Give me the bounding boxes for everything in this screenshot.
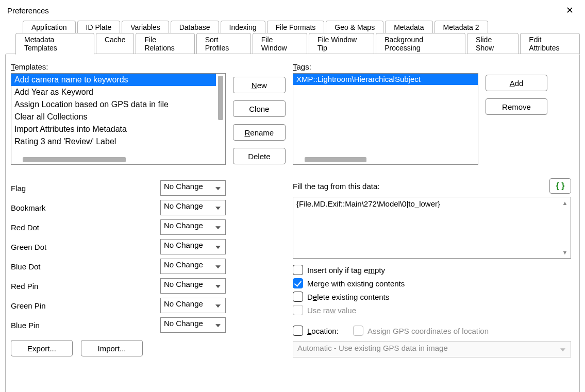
tab-slide-show[interactable]: Slide Show: [467, 33, 519, 54]
tags-listbox[interactable]: XMP::Lightroom\HierarchicalSubject: [293, 73, 478, 165]
delete-button[interactable]: Delete: [233, 148, 286, 164]
template-item[interactable]: Import Attributes into Metadata: [11, 123, 216, 135]
close-icon[interactable]: ✕: [561, 4, 578, 16]
prop-combo-green-pin[interactable]: No Change: [160, 298, 226, 313]
prop-combo-flag[interactable]: No Change: [160, 180, 226, 196]
use-raw-value-checkbox: Use raw value: [293, 305, 571, 315]
remove-tag-button[interactable]: Remove: [486, 98, 547, 115]
template-item[interactable]: Add Year as Keyword: [11, 86, 216, 98]
templates-label: Templates:: [11, 62, 226, 71]
tab-file-window[interactable]: File Window: [253, 33, 307, 54]
prop-label-bookmark: Bookmark: [11, 203, 155, 212]
window-title: Preferences: [7, 6, 49, 15]
tab-geo-maps[interactable]: Geo & Maps: [326, 21, 383, 33]
textarea-scroll-up-icon[interactable]: ▲: [561, 199, 569, 207]
prop-label-blue-dot: Blue Dot: [11, 262, 155, 271]
prop-label-green-pin: Green Pin: [11, 301, 155, 310]
add-tag-button[interactable]: Add: [486, 75, 547, 91]
tab-background-processing[interactable]: Background Processing: [376, 33, 465, 54]
tab-variables[interactable]: Variables: [122, 21, 169, 33]
tab-cache[interactable]: Cache: [96, 33, 134, 54]
location-checkbox[interactable]: Location:: [293, 326, 339, 336]
tags-hscrollbar[interactable]: [293, 156, 478, 163]
import-button[interactable]: Import...: [81, 340, 143, 356]
prop-combo-blue-dot[interactable]: No Change: [160, 259, 226, 274]
templates-listbox[interactable]: Add camera name to keywordsAdd Year as K…: [11, 73, 226, 165]
tab-database[interactable]: Database: [171, 21, 219, 33]
textarea-scroll-down-icon[interactable]: ▼: [561, 249, 569, 256]
rename-button[interactable]: Rename: [233, 124, 286, 141]
insert-only-if-empty-checkbox[interactable]: Insert only if tag empty: [293, 265, 571, 275]
prop-combo-bookmark[interactable]: No Change: [160, 200, 226, 215]
prop-label-red-dot: Red Dot: [11, 223, 155, 232]
location-source-combo: Automatic - Use existing GPS data in ima…: [293, 341, 571, 357]
prop-label-green-dot: Green Dot: [11, 243, 155, 251]
tags-label: Tags:: [293, 62, 478, 71]
delete-existing-checkbox[interactable]: Delete existing contents: [293, 292, 571, 302]
template-item[interactable]: Clear all Collections: [11, 111, 216, 123]
template-item[interactable]: Assign Location based on GPS data in fil…: [11, 98, 216, 111]
tab-edit-attributes[interactable]: Edit Attributes: [520, 33, 580, 54]
templates-hscrollbar[interactable]: [11, 156, 216, 163]
tab-application[interactable]: Application: [23, 21, 76, 33]
fill-label: Fill the tag from this data:: [293, 182, 379, 191]
insert-variable-button[interactable]: { }: [549, 178, 571, 194]
fill-textarea[interactable]: {File.MD.Exif::Main\272\Model\0|to_lower…: [293, 197, 571, 259]
prop-label-blue-pin: Blue Pin: [11, 321, 155, 330]
tab-sort-profiles[interactable]: Sort Profiles: [196, 33, 251, 54]
merge-existing-checkbox[interactable]: Merge with existing contents: [293, 278, 571, 288]
prop-combo-red-pin[interactable]: No Change: [160, 278, 226, 294]
tab-file-window-tip[interactable]: File Window Tip: [309, 33, 374, 54]
assign-gps-checkbox: Assign GPS coordinates of location: [353, 326, 489, 336]
export-button[interactable]: Export...: [11, 340, 73, 356]
tab-file-formats[interactable]: File Formats: [267, 21, 325, 33]
prop-label-red-pin: Red Pin: [11, 282, 155, 291]
tab-metadata[interactable]: Metadata: [385, 21, 432, 33]
new-button[interactable]: New: [233, 77, 286, 93]
tab-id-plate[interactable]: ID Plate: [77, 21, 121, 33]
tag-item[interactable]: XMP::Lightroom\HierarchicalSubject: [293, 74, 478, 85]
tab-metadata-2[interactable]: Metadata 2: [434, 21, 488, 33]
prop-combo-red-dot[interactable]: No Change: [160, 219, 226, 235]
tab-indexing[interactable]: Indexing: [221, 21, 265, 33]
clone-button[interactable]: Clone: [233, 100, 286, 117]
prop-combo-green-dot[interactable]: No Change: [160, 239, 226, 254]
prop-label-flag: Flag: [11, 184, 155, 193]
tab-metadata-templates[interactable]: Metadata Templates: [15, 33, 94, 55]
tab-file-relations[interactable]: File Relations: [136, 33, 194, 54]
template-item[interactable]: Rating 3 and 'Review' Label: [11, 135, 216, 148]
prop-combo-blue-pin[interactable]: No Change: [160, 317, 226, 333]
template-item[interactable]: Add camera name to keywords: [11, 74, 216, 86]
templates-vscrollbar[interactable]: [217, 74, 224, 155]
